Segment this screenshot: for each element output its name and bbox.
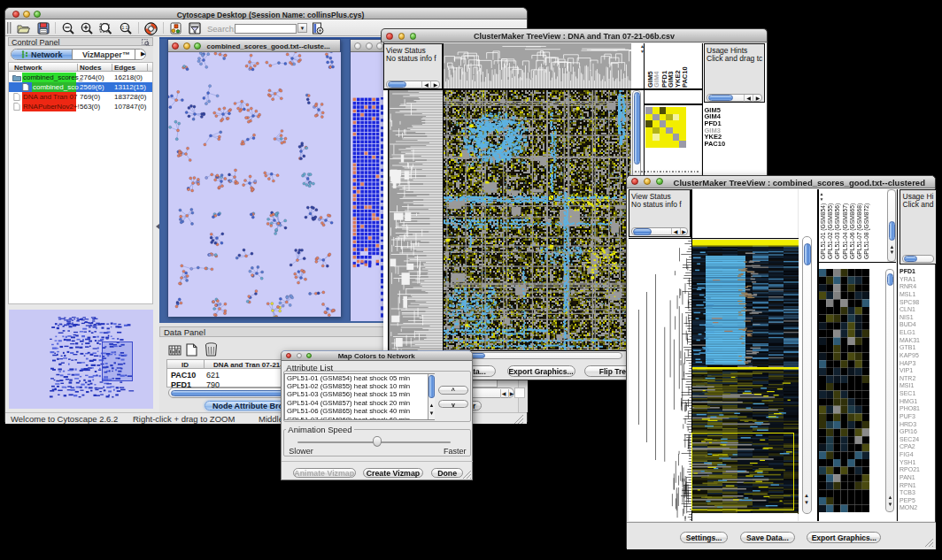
svg-text:GPL51-08 (GSM872): GPL51-08 (GSM872) — [863, 203, 870, 258]
svg-text:1:1: 1:1 — [122, 25, 128, 30]
svg-text:GPL51-04 (GSM857): GPL51-04 (GSM857) — [842, 203, 849, 258]
svg-text:PAC10: PAC10 — [680, 66, 688, 88]
svg-text:GPL51-06 (GSM865): GPL51-06 (GSM865) — [849, 203, 856, 258]
svg-text:GPL51-03 (GSM856): GPL51-03 (GSM856) — [835, 203, 842, 258]
svg-text:GIM4: GIM4 — [652, 70, 660, 87]
svg-text:GPL51-07 (GSM868): GPL51-07 (GSM868) — [856, 203, 863, 258]
svg-text:GPL51-01 (GSM854): GPL51-01 (GSM854) — [820, 203, 827, 258]
svg-text:GPL51-02 (GSM855): GPL51-02 (GSM855) — [828, 203, 835, 258]
